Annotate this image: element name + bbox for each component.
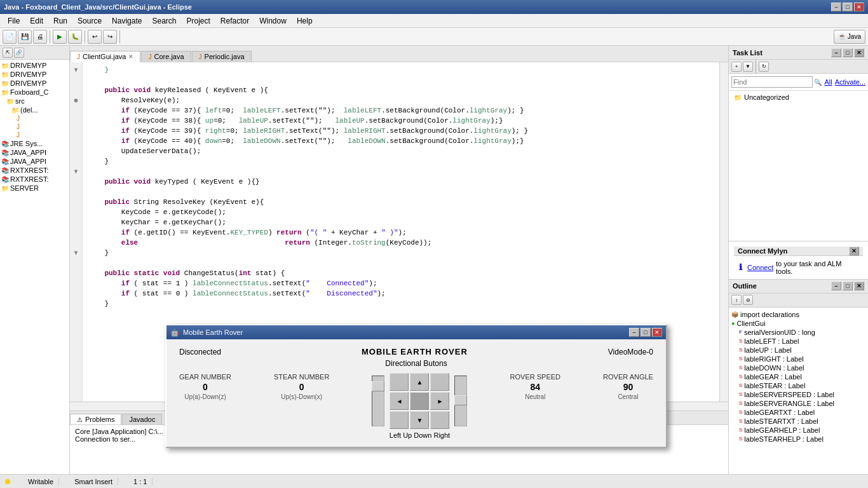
task-all-link[interactable]: All (824, 78, 832, 86)
tab-close-clientgui[interactable]: ✕ (128, 53, 133, 60)
task-uncategorized: 📁 Uncategorized (729, 91, 868, 104)
maximize-button[interactable]: □ (843, 3, 853, 11)
tab-clientgui[interactable]: J ClientGui.java ✕ (70, 51, 140, 62)
tree-item-rxtx1[interactable]: 📚RXTXREST: (1, 166, 68, 175)
outline-label: Outline (733, 282, 757, 290)
tab-javadoc[interactable]: Javadoc (122, 414, 162, 424)
outline-clientgui-class[interactable]: ● ClientGui (731, 319, 865, 328)
connect-link[interactable]: Connect (747, 264, 773, 271)
task-list-maximize[interactable]: □ (843, 48, 853, 57)
status-writable: Writable (23, 478, 59, 485)
java-perspective-button[interactable]: ☕ Java (834, 30, 865, 44)
debug-button[interactable]: 🐛 (68, 30, 82, 44)
collapse-all-button[interactable]: ⇱ (3, 48, 13, 58)
task-list-minimize[interactable]: – (831, 48, 841, 57)
outline-toolbar: ↕ ⊖ (729, 294, 868, 308)
editor-panel: J ClientGui.java ✕ J Core.java J Periodi… (70, 46, 728, 474)
window-controls: – □ ✕ (831, 3, 864, 11)
task-filter-button[interactable]: ▼ (743, 62, 753, 72)
tree-item-foxboard[interactable]: 📁Foxboard_C (1, 88, 68, 97)
run-button[interactable]: ▶ (53, 30, 67, 44)
tree-item-jre[interactable]: 📚JRE Sys... (1, 139, 68, 148)
close-button[interactable]: ✕ (854, 3, 864, 11)
tree-item-j2[interactable]: J (1, 123, 68, 131)
menu-help[interactable]: Help (292, 15, 318, 27)
outline-field-serialversionuid[interactable]: F serialVersionUID : long (731, 328, 865, 337)
window-title: Java - Foxboard_Client_Java/src/ClientGu… (4, 3, 192, 11)
tab-periodic[interactable]: J Periodic.java (192, 51, 252, 62)
menu-window[interactable]: Window (254, 15, 292, 27)
menu-file[interactable]: File (3, 15, 25, 27)
new-button[interactable]: 📄 (3, 30, 17, 44)
connect-description: to your task and ALM tools. (776, 260, 858, 275)
outline-field-lableserverangle[interactable]: S lableSERVERANGLE : Label (731, 399, 865, 408)
menu-edit[interactable]: Edit (25, 15, 48, 27)
outline-field-lablestear[interactable]: S lableSTEAR : Label (731, 381, 865, 390)
outline-field-lableright[interactable]: S lableRIGHT : Label (731, 355, 865, 363)
title-bar: Java - Foxboard_Client_Java/src/ClientGu… (0, 0, 868, 14)
print-button[interactable]: 🖨 (33, 30, 47, 44)
outline-field-lablegeartxt[interactable]: S lableGEARTXT : Label (731, 408, 865, 417)
editor-vertical-scrollbar[interactable] (719, 62, 728, 402)
connect-mylyn-label: Connect Mylyn (738, 247, 787, 255)
tree-item-java2[interactable]: 📚JAVA_APPI (1, 157, 68, 166)
tree-item-drivemyp1[interactable]: 📁DRIVEMYP (1, 61, 68, 70)
task-activate-link[interactable]: Activate... (835, 78, 865, 86)
code-editor[interactable]: } public void keyReleased ( KeyEvent e )… (83, 62, 719, 402)
outline-field-lableserverspeed[interactable]: S lableSERVERSPEED : Label (731, 390, 865, 399)
tree-item-drivemyp2[interactable]: 📁DRIVEMYP (1, 70, 68, 79)
class-icon: ● (731, 320, 735, 327)
tree-item-drivemyp3[interactable]: 📁DRIVEMYP (1, 79, 68, 88)
tab-problems[interactable]: ⚠ Problems (70, 414, 121, 424)
connect-mylyn-close[interactable]: ✕ (849, 247, 859, 255)
undo-button[interactable]: ↩ (88, 30, 102, 44)
outline-field-lablegearhelp[interactable]: S lableGEARHELP : Label (731, 426, 865, 435)
tab-core[interactable]: J Core.java (141, 51, 191, 62)
outline-field-lablesteartxt[interactable]: S lableSTEARTXT : Label (731, 417, 865, 426)
task-refresh-button[interactable]: ↻ (759, 62, 769, 72)
main-layout: ⇱ 🔗 📁DRIVEMYP 📁DRIVEMYP 📁DRIVEMYP 📁Foxbo… (0, 46, 868, 474)
editor-gutter: ▼ ● ▼ ▼ (70, 62, 83, 402)
outline-field-lablestearhelp[interactable]: S lableSTEARHELP : Label (731, 435, 865, 444)
outline-imports[interactable]: 📦 import declarations (731, 310, 865, 319)
tree-item-j3[interactable]: J (1, 131, 68, 139)
task-list-label: Task List (733, 49, 763, 57)
link-editor-button[interactable]: 🔗 (14, 48, 24, 58)
bottom-panel: ⚠ Problems Javadoc Core [Java Applicatio… (70, 410, 728, 474)
tree-item-src[interactable]: 📁src (1, 97, 68, 105)
task-list-toolbar: + ▼ ↻ (729, 60, 868, 74)
outline-close[interactable]: ✕ (854, 281, 864, 290)
tree-item-java1[interactable]: 📚JAVA_APPI (1, 148, 68, 157)
outline-minimize[interactable]: – (831, 281, 841, 290)
status-light (5, 479, 10, 484)
editor-horizontal-scrollbar[interactable] (70, 402, 728, 410)
tree-item-rxtx2[interactable]: 📚RXTXREST: (1, 175, 68, 184)
menu-navigate[interactable]: Navigate (107, 15, 147, 27)
menu-refactor[interactable]: Refactor (215, 15, 254, 27)
outline-field-lableleft[interactable]: S lableLEFT : Label (731, 337, 865, 346)
menu-project[interactable]: Project (181, 15, 215, 27)
save-button[interactable]: 💾 (18, 30, 32, 44)
task-list-controls: – □ ✕ (831, 48, 864, 57)
menu-run[interactable]: Run (48, 15, 72, 27)
minimize-button[interactable]: – (831, 3, 841, 11)
task-list-close[interactable]: ✕ (854, 48, 864, 57)
menu-search[interactable]: Search (147, 15, 181, 27)
task-find-input[interactable] (731, 76, 813, 88)
tree-item-server[interactable]: 📁SERVER (1, 184, 68, 193)
toolbar-separator-2 (85, 30, 85, 43)
outline-hide-button[interactable]: ⊖ (743, 295, 753, 305)
bottom-line-1: Core [Java Application] C:\... (75, 428, 723, 435)
tree-item-del[interactable]: 📁(del... (1, 105, 68, 114)
outline-field-labledown[interactable]: S lableDOWN : Label (731, 363, 865, 372)
toolbar-separator-1 (50, 30, 50, 43)
outline-field-lablegear[interactable]: S lableGEAR : Label (731, 372, 865, 381)
outline-field-lableup[interactable]: S lableUP : Label (731, 346, 865, 355)
outline-maximize[interactable]: □ (843, 281, 853, 290)
redo-button[interactable]: ↪ (103, 30, 117, 44)
tree-item-j1[interactable]: J (1, 114, 68, 123)
menu-source[interactable]: Source (72, 15, 107, 27)
task-new-button[interactable]: + (731, 62, 742, 72)
outline-sort-button[interactable]: ↕ (731, 295, 742, 305)
outline-title: Outline – □ ✕ (729, 280, 868, 294)
